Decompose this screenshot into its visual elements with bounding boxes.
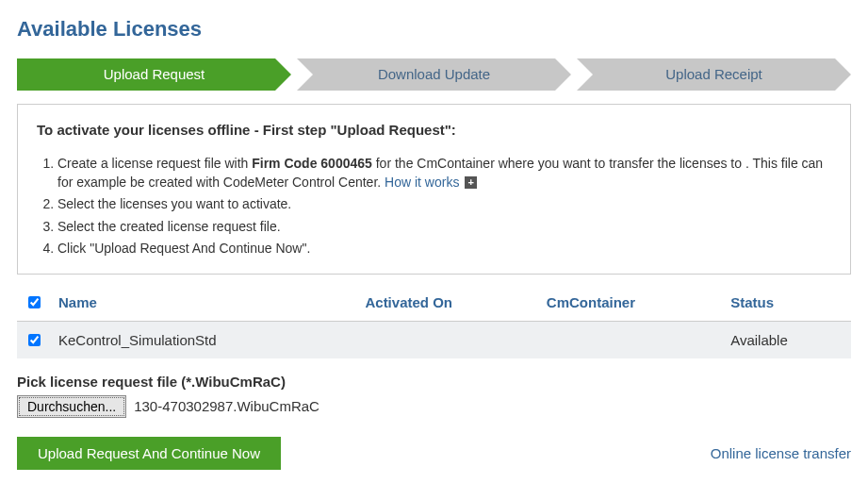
- license-table: Name Activated On CmContainer Status KeC…: [17, 284, 851, 358]
- table-row: KeControl_SimulationStd Available: [17, 321, 851, 358]
- select-all-checkbox[interactable]: [28, 296, 41, 308]
- selected-file-name: 130-470302987.WibuCmRaC: [134, 398, 319, 414]
- header-name: Name: [51, 284, 357, 322]
- step-download-update[interactable]: Download Update: [297, 58, 571, 91]
- instruction-4: Click "Upload Request And Continue Now".: [57, 240, 831, 258]
- header-status: Status: [723, 284, 851, 322]
- row-checkbox[interactable]: [28, 334, 41, 346]
- cell-name: KeControl_SimulationStd: [51, 321, 357, 358]
- online-license-transfer-link[interactable]: Online license transfer: [711, 445, 851, 461]
- file-picker-row: Durchsuchen... 130-470302987.WibuCmRaC: [17, 395, 851, 418]
- step-upload-receipt[interactable]: Upload Receipt: [577, 58, 851, 91]
- instruction-1-pre: Create a license request file with: [57, 156, 252, 171]
- instruction-2: Select the licenses you want to activate…: [57, 195, 831, 214]
- file-picker-label: Pick license request file (*.WibuCmRaC): [17, 374, 851, 390]
- instruction-3: Select the created license request file.: [57, 218, 831, 237]
- step-upload-request[interactable]: Upload Request: [17, 58, 291, 91]
- cell-status: Available: [723, 321, 851, 358]
- cell-activated-on: [357, 321, 538, 358]
- header-cmcontainer: CmContainer: [539, 284, 723, 322]
- instructions-heading: To activate your licenses offline - Firs…: [37, 122, 831, 138]
- browse-button[interactable]: Durchsuchen...: [17, 395, 126, 418]
- header-activated-on: Activated On: [357, 284, 538, 322]
- plus-icon[interactable]: +: [465, 176, 477, 189]
- footer-row: Upload Request And Continue Now Online l…: [17, 437, 851, 470]
- upload-request-button[interactable]: Upload Request And Continue Now: [17, 437, 281, 470]
- instruction-1-bold: Firm Code 6000465: [252, 156, 372, 171]
- stepper: Upload Request Download Update Upload Re…: [17, 58, 851, 91]
- cell-cmcontainer: [539, 321, 723, 358]
- page-title: Available Licenses: [17, 17, 851, 42]
- header-checkbox[interactable]: [17, 284, 51, 322]
- instructions-list: Create a license request file with Firm …: [37, 155, 831, 258]
- how-it-works-link[interactable]: How it works: [385, 175, 459, 190]
- instruction-1: Create a license request file with Firm …: [57, 155, 831, 192]
- instructions-panel: To activate your licenses offline - Firs…: [17, 104, 851, 275]
